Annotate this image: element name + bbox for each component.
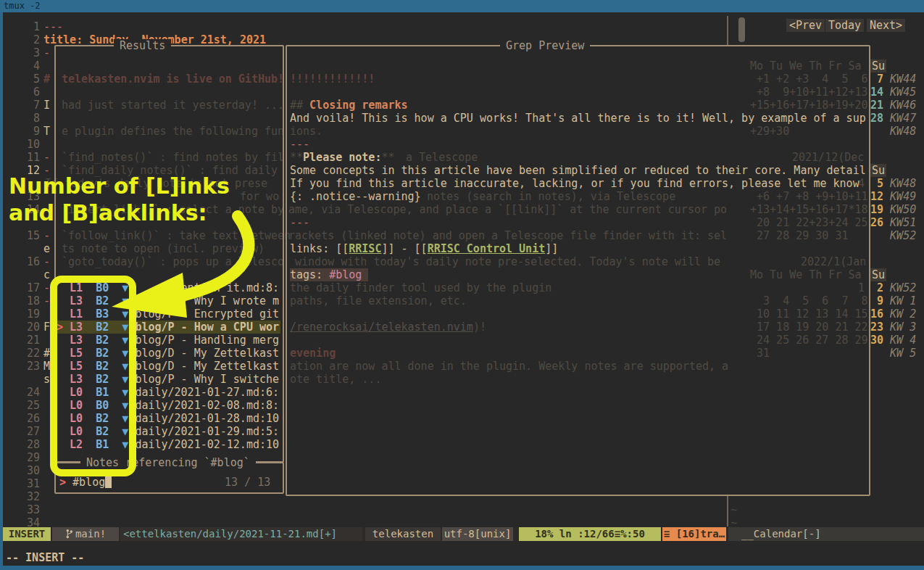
text-segment: 23 (870, 321, 883, 334)
calendar-week-row[interactable]: 21 KW46 (870, 99, 916, 112)
calendar-week-row[interactable]: 16 KW 2 (870, 307, 916, 321)
calendar-week-row[interactable]: 14 KW45 (870, 86, 916, 99)
prompt-caret: > (59, 476, 66, 489)
text-segment: - (43, 229, 50, 242)
text-segment: Su (870, 268, 886, 281)
line-number: 16 (24, 255, 40, 268)
text-segment: ation are now all done in the plugin. We… (290, 360, 728, 373)
prompt-input[interactable]: > #blog (59, 476, 105, 489)
text-segment: links: [[ (290, 242, 349, 255)
line-number: 28 (24, 438, 40, 451)
bleed-text: ation are now all done in the plugin. We… (290, 360, 728, 373)
line-number: 10 (24, 138, 40, 151)
mode-indicator: INSERT (3, 527, 51, 541)
buffer-line: - (43, 294, 50, 307)
calendar-week-row[interactable]: 26 KW51 (870, 216, 916, 229)
text-segment: notes (search in notes), via Telescope (427, 190, 675, 203)
text-segment: for wo (240, 190, 279, 203)
text-segment: RRISC (349, 242, 381, 255)
buffer-line: # (43, 73, 50, 86)
preview-line: And voila! This is how a CPU works! That… (290, 112, 866, 125)
text-cursor (105, 476, 112, 488)
text-segment: +8 9+10+11+12+13 (750, 86, 868, 99)
calendar-week-row[interactable]: 30 KW 4 (870, 334, 916, 347)
text-segment: KW48 (870, 125, 916, 138)
text-segment: 4 (858, 177, 865, 190)
text-segment: KW52 (883, 281, 916, 294)
text-segment: blog/P - Why I switche (135, 373, 279, 386)
text-segment: # (43, 347, 50, 360)
text-segment: )! (473, 321, 486, 334)
calendar-sunday-header[interactable]: Su (870, 268, 886, 281)
text-segment: 24 25 26 27 28 29 (750, 334, 868, 347)
text-segment: 1 (858, 281, 865, 294)
text-segment: KW45 (883, 86, 916, 99)
text-segment: ame, via Telescope, and place a `[[link]… (288, 203, 727, 216)
calendar-grid-row: 1 (858, 281, 865, 294)
calendar-week-row[interactable]: 23 KW 3 (870, 321, 916, 334)
line-number: 7 (24, 99, 40, 112)
bleed-text: window with today's daily note pre-selec… (288, 255, 720, 268)
text-segment: --- (290, 216, 309, 229)
calendar-week-row[interactable]: 2 KW52 (870, 281, 916, 294)
calendar-grid-row: +1 +2 +3 4 5 6 (750, 73, 868, 86)
calendar-month-title: 2021/12(Dec (792, 151, 864, 164)
calendar-week-row[interactable]: 12 KW49 (870, 190, 916, 203)
text-segment: If you find this article inaccurate, lac… (290, 177, 860, 190)
warning-segment: ≡ [16]tra… (662, 527, 726, 541)
text-segment: 7 (870, 73, 883, 86)
text-segment: /renerocksai/telekasten.nvim (290, 321, 473, 334)
position-segment: 18% ln :12/66≡%:50 (519, 527, 661, 541)
calendar-week-row: KW 5 (870, 347, 916, 360)
bleed-text: ame, via Telescope, and place a `[[link]… (288, 203, 727, 216)
buffer-line: F (43, 321, 50, 334)
text-segment: - (43, 294, 50, 307)
bleed-text: rackets (linked note) and open a Telesco… (288, 229, 727, 242)
terminal-screen: tmux -2 <Prev Today Next> ---title: Sund… (0, 0, 924, 570)
empty-buffer-tilde: ~ (731, 503, 737, 516)
line-number: 2 (24, 33, 40, 46)
buffer-line: - (43, 281, 50, 294)
text-segment: window with today's daily note pre-selec… (288, 255, 720, 268)
calendar-sunday-header[interactable]: Su (870, 164, 886, 177)
calendar-statusline: __Calendar[-] (728, 527, 924, 541)
results-window-title: Results (114, 39, 171, 52)
encoding-segment: utf-8[unix] (442, 527, 513, 541)
calendar-week-row[interactable]: 5 KW48 (870, 177, 916, 190)
text-segment: KW 2 (883, 307, 916, 321)
line-number: 8 (24, 112, 40, 125)
bleed-text: evening (290, 347, 336, 360)
preview-line: {: .notice--warning} (290, 190, 421, 203)
calendar-sunday-header[interactable]: Su (870, 59, 886, 73)
text-segment: --- (43, 20, 63, 33)
text-segment: daily/2021-01-28.md:10 (135, 412, 279, 425)
text-segment: 2 (870, 281, 883, 294)
text-segment: 2021/12(Dec (792, 151, 864, 164)
calendar-week-row[interactable]: 7 KW44 (870, 73, 916, 86)
text-segment: I (43, 99, 50, 112)
text-segment: the daily finder tool used by the plugin (290, 281, 552, 294)
line-number: 27 (24, 425, 40, 438)
line-number: 19 (24, 307, 40, 321)
text-segment: KW52 (870, 229, 916, 242)
calendar-week-row[interactable]: 28 KW47 (870, 112, 916, 125)
line-number: 5 (24, 73, 40, 86)
line-number: 33 (24, 503, 40, 516)
text-segment: ~ (731, 503, 737, 516)
text-segment: KW49 (883, 190, 916, 203)
text-segment: 3 4 5 6 7 8 (750, 294, 868, 307)
line-number: 23 (24, 360, 40, 373)
text-segment: +15+16+17+18+19+20 (750, 99, 868, 112)
text-segment: 9 (870, 294, 883, 307)
text-segment: 14 (870, 86, 883, 99)
plugin-segment: telekasten (365, 527, 441, 541)
calendar-week-row[interactable]: 19 KW50 (870, 203, 916, 216)
buffer-line: s (43, 373, 50, 386)
text-segment: 12 (870, 190, 883, 203)
preview-line: If you find this article inaccurate, lac… (290, 177, 860, 190)
text-segment: daily/2021-01-27.md:6: (135, 386, 279, 399)
calendar-week-row[interactable]: 9 KW 1 (870, 294, 916, 307)
buffer-line: - (43, 46, 50, 59)
text-segment: Mo Tu We Th Fr Sa (750, 268, 862, 281)
calendar-grid-row: +13+14+15+16+17*18 (750, 203, 868, 216)
